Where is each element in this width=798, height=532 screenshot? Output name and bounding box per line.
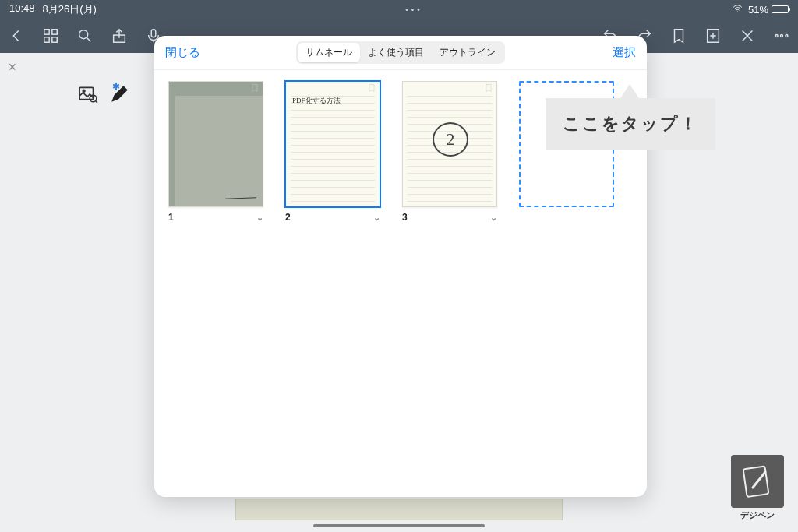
share-icon[interactable] [111,27,128,44]
floating-tools: ✱ [78,84,129,107]
status-date: 8月26日(月) [43,2,97,16]
thumbnail-1[interactable]: 1 ⌄ [168,81,263,223]
svg-point-4 [79,30,88,39]
brand-logo: デジペン [731,455,784,521]
svg-rect-3 [52,37,57,42]
bookmark-icon [484,82,493,94]
select-button[interactable]: 選択 [613,45,636,60]
search-icon[interactable] [76,27,94,44]
brand-name: デジペン [731,509,784,521]
back-icon[interactable] [8,27,25,44]
status-time: 10:48 [9,2,35,16]
svg-rect-0 [44,30,49,34]
svg-rect-14 [743,467,769,498]
bookmark-icon[interactable] [670,27,687,44]
chevron-down-icon[interactable]: ⌄ [256,213,263,223]
handwritten-number: 2 [433,122,468,157]
chevron-down-icon[interactable]: ⌄ [373,213,380,223]
home-indicator[interactable] [313,524,485,527]
bookmark-icon [250,82,260,94]
document-page-strip [235,499,563,520]
more-icon[interactable] [773,27,790,44]
view-segmented-control: サムネール よく使う項目 アウトライン [296,41,505,64]
tutorial-callout: ここをタップ！ [546,84,715,150]
sidebar-close-icon[interactable]: ✕ [8,61,17,73]
svg-point-9 [781,35,783,37]
svg-rect-2 [44,37,49,42]
page-number: 2 [285,212,291,223]
add-page-icon[interactable] [704,27,722,44]
thumbnail-3[interactable]: 2 3 ⌄ [402,81,497,223]
grid-icon[interactable] [42,27,59,44]
page-number: 1 [168,212,174,223]
battery-percent: 51% [748,4,768,16]
svg-point-10 [786,35,788,37]
svg-rect-6 [151,30,156,37]
image-search-icon[interactable] [78,84,98,107]
chevron-down-icon[interactable]: ⌄ [490,213,497,223]
modal-header: 閉じる サムネール よく使う項目 アウトライン 選択 [154,36,647,70]
thumbnail-2[interactable]: PDF化する方法 2 ⌄ [285,81,380,223]
handwritten-text: PDF化する方法 [292,96,341,106]
segment-outline[interactable]: アウトライン [432,43,503,62]
close-button[interactable]: 閉じる [165,45,200,60]
close-icon[interactable] [739,27,756,44]
bookmark-icon [367,82,376,94]
svg-point-12 [83,90,85,92]
bluetooth-icon: ✱ [112,81,120,92]
segment-favorites[interactable]: よく使う項目 [360,43,432,62]
wifi-icon [732,4,743,16]
page-number: 3 [402,212,408,223]
battery-indicator: 51% [748,4,789,16]
svg-rect-1 [52,30,57,34]
ipad-status-bar: 10:48 8月26日(月) ••• 51% [0,0,798,19]
callout-text: ここをタップ！ [546,98,715,150]
svg-point-8 [775,35,778,37]
status-app-dots: ••• [97,5,732,14]
segment-thumbnail[interactable]: サムネール [298,43,360,62]
